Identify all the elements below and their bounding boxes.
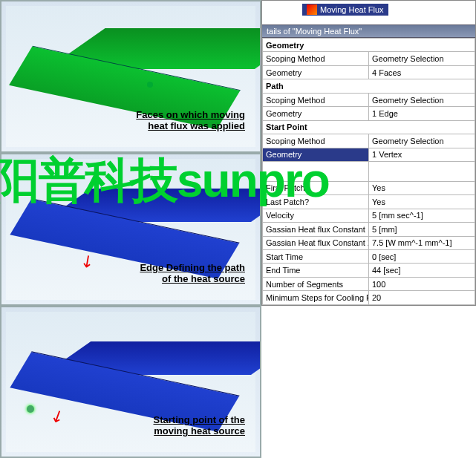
table-row[interactable]: Start Time0 [sec]	[263, 250, 475, 264]
table-row[interactable]: Scoping MethodGeometry Selection	[263, 93, 475, 106]
viewport-edge[interactable]: ↙ Edge Defining the path of the heat sou…	[0, 153, 261, 306]
selection-marker	[147, 82, 153, 88]
table-row[interactable]: Scoping MethodGeometry Selection	[263, 134, 475, 148]
table-row[interactable]: Last Patch?Yes	[263, 195, 475, 209]
table-row[interactable]: First Patch?Yes	[263, 181, 475, 194]
caption-startpoint: Starting point of the moving heat source	[154, 414, 245, 437]
empty-area	[261, 306, 476, 458]
properties-panel: Moving Heat Flux tails of "Moving Heat F…	[261, 0, 476, 306]
table-row[interactable]	[263, 162, 475, 182]
table-row[interactable]: Geometry4 Faces	[263, 65, 475, 79]
table-row[interactable]: Geometry1 Edge	[263, 107, 475, 120]
table-row[interactable]: Velocity5 [mm sec^-1]	[263, 209, 475, 222]
tree-node-label: Moving Heat Flux	[320, 5, 384, 14]
section-geometry[interactable]: Geometry	[263, 39, 475, 52]
model-bracket-edge	[21, 181, 229, 270]
caption-faces: Faces on which moving heat flux was appl…	[136, 109, 245, 132]
table-row-selected[interactable]: Geometry1 Vertex	[263, 148, 475, 161]
table-row[interactable]: Gassian Heat flux Constant 27.5 [W mm^-1…	[263, 236, 475, 249]
table-row[interactable]: Scoping MethodGeometry Selection	[263, 52, 475, 65]
table-row[interactable]: End Time44 [sec]	[263, 264, 475, 277]
tree-node-moving-heat-flux[interactable]: Moving Heat Flux	[302, 4, 388, 16]
table-row[interactable]: Gassian Heat flux Constant 15 [mm]	[263, 223, 475, 236]
caption-edge: Edge Defining the path of the heat sourc…	[140, 262, 245, 285]
vertex-marker	[27, 405, 34, 413]
properties-table: Geometry Scoping MethodGeometry Selectio…	[262, 38, 475, 305]
viewport-faces[interactable]: Faces on which moving heat flux was appl…	[0, 0, 261, 153]
details-header: tails of "Moving Heat Flux"	[262, 24, 475, 38]
table-row[interactable]: Number of Segments100	[263, 277, 475, 290]
model-bracket-green	[21, 28, 229, 117]
table-row[interactable]: Minimum Steps for Cooling Phase20	[263, 291, 475, 305]
section-path[interactable]: Path	[263, 79, 475, 93]
outline-tree[interactable]: Moving Heat Flux	[262, 1, 475, 24]
section-start-point[interactable]: Start Point	[263, 120, 475, 134]
viewport-startpoint[interactable]: ↙ Starting point of the moving heat sour…	[0, 306, 261, 458]
heat-flux-icon	[307, 4, 317, 15]
